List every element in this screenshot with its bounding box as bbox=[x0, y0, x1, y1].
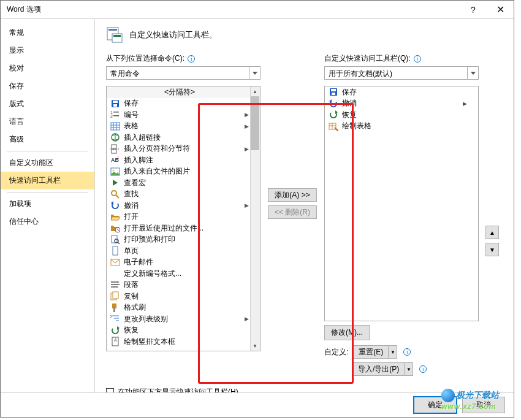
footnote-icon: AB1 bbox=[110, 155, 120, 165]
list-item[interactable]: 查看宏 bbox=[107, 177, 260, 189]
svg-rect-8 bbox=[113, 112, 119, 113]
svg-rect-11 bbox=[111, 123, 120, 130]
svg-rect-37 bbox=[112, 304, 116, 308]
list-item-label: 绘制表格 bbox=[342, 121, 467, 131]
list-item-label: 保存 bbox=[342, 87, 467, 97]
commands-from-dropdown[interactable]: 常用命令 bbox=[106, 66, 260, 80]
move-down-button[interactable]: ▼ bbox=[485, 243, 499, 256]
scroll-thumb[interactable] bbox=[251, 96, 259, 150]
main-panel: 自定义快速访问工具栏。 从下列位置选择命令(C): i 常用命令 <分隔符> bbox=[94, 19, 514, 392]
sidebar-item-language[interactable]: 语言 bbox=[1, 113, 94, 131]
info-icon[interactable]: i bbox=[403, 348, 411, 356]
sidebar-item-customize-ribbon[interactable]: 自定义功能区 bbox=[1, 154, 94, 172]
blank-icon bbox=[110, 269, 120, 278]
list-item-label: 插入超链接 bbox=[124, 132, 249, 143]
sidebar-item-proofing[interactable]: 校对 bbox=[1, 59, 94, 77]
customize-label: 自定义: bbox=[324, 347, 348, 357]
list-item[interactable]: 更改列表级别▶ bbox=[107, 313, 260, 325]
svg-text:A: A bbox=[114, 338, 117, 342]
list-item-label: 插入分页符和分节符 bbox=[124, 143, 241, 154]
svg-line-25 bbox=[116, 195, 119, 198]
move-up-button[interactable]: ▲ bbox=[485, 226, 499, 239]
sidebar-item-trust[interactable]: 信任中心 bbox=[1, 213, 94, 231]
svg-rect-10 bbox=[113, 115, 119, 116]
list-item[interactable]: 保存 bbox=[107, 98, 260, 110]
paragraph-icon bbox=[110, 280, 120, 290]
scroll-down-icon[interactable]: ▼ bbox=[250, 341, 260, 351]
drawtable-icon bbox=[329, 121, 338, 131]
svg-rect-38 bbox=[113, 308, 115, 312]
format-icon bbox=[110, 303, 120, 313]
list-item[interactable]: 段落 bbox=[107, 280, 260, 291]
svg-line-29 bbox=[118, 242, 120, 244]
sidebar-item-save[interactable]: 保存 bbox=[1, 77, 94, 95]
list-item[interactable]: 撤消▶ bbox=[107, 200, 260, 212]
list-item[interactable]: 电子邮件 bbox=[107, 257, 260, 269]
show-below-ribbon-checkbox[interactable]: 在功能区下方显示快速访问工具栏(H) bbox=[106, 387, 504, 392]
qat-listbox[interactable]: 保存撤消▶恢复绘制表格 bbox=[324, 86, 479, 321]
import-export-dropdown[interactable]: 导入/导出(P) ▼ bbox=[352, 362, 413, 376]
svg-rect-36 bbox=[113, 292, 118, 299]
add-button[interactable]: 添加(A) >> bbox=[268, 188, 317, 202]
scrollbar[interactable]: ▲ ▼ bbox=[250, 86, 260, 351]
list-item[interactable]: 恢复 bbox=[325, 109, 478, 121]
ok-button[interactable]: 确定 bbox=[413, 396, 457, 414]
list-item[interactable]: 查找 bbox=[107, 189, 260, 200]
list-item-label: 撤消 bbox=[342, 98, 459, 109]
modify-button[interactable]: 修改(M)... bbox=[324, 325, 370, 340]
list-item[interactable]: 打开最近使用过的文件... bbox=[107, 223, 260, 234]
list-item-label: 格式刷 bbox=[124, 302, 249, 313]
save-icon bbox=[110, 99, 120, 109]
info-icon[interactable]: i bbox=[419, 365, 427, 373]
list-item[interactable]: A绘制竖排文本框 bbox=[107, 336, 260, 348]
list-item-label: 电子邮件 bbox=[124, 257, 249, 267]
reset-dropdown[interactable]: 重置(E) ▼ bbox=[353, 345, 397, 359]
info-icon[interactable]: i bbox=[414, 55, 421, 63]
list-item[interactable]: 12编号▶ bbox=[107, 109, 260, 121]
list-item[interactable]: 格式刷 bbox=[107, 302, 260, 314]
list-item[interactable]: AB1插入脚注 bbox=[107, 155, 260, 166]
list-item[interactable]: 打开 bbox=[107, 212, 260, 223]
hyperlink-icon bbox=[110, 132, 120, 142]
qat-scope-dropdown[interactable]: 用于所有文档(默认) bbox=[324, 66, 479, 80]
preview-icon bbox=[110, 235, 120, 245]
dropdown-text: 常用命令 bbox=[107, 67, 249, 79]
list-item[interactable]: 定义新编号格式... bbox=[107, 268, 260, 280]
list-item[interactable]: 表格▶ bbox=[107, 121, 260, 132]
list-item[interactable]: 插入来自文件的图片 bbox=[107, 166, 260, 178]
list-item[interactable]: 保存 bbox=[325, 86, 478, 98]
help-button[interactable]: ? bbox=[460, 1, 487, 18]
list-item[interactable]: 复制 bbox=[107, 291, 260, 302]
pagebreak-icon bbox=[110, 144, 120, 154]
list-item[interactable]: 撤消▶ bbox=[325, 98, 478, 110]
commands-listbox[interactable]: <分隔符> ▲ ▼ 保存12编号▶表格▶插入超链接插入分页符和分节符▶AB1插入… bbox=[106, 86, 260, 351]
right-label: 自定义快速访问工具栏(Q): i bbox=[324, 53, 479, 64]
header: 自定义快速访问工具栏。 bbox=[106, 26, 504, 44]
list-item[interactable]: 恢复 bbox=[107, 325, 260, 337]
separator-row[interactable]: <分隔符> bbox=[107, 86, 260, 98]
list-item[interactable]: 插入超链接 bbox=[107, 132, 260, 143]
sidebar-item-addins[interactable]: 加载项 bbox=[1, 195, 94, 213]
customize-qat-label: 自定义快速访问工具栏(Q): bbox=[324, 54, 411, 63]
sidebar-item-layout[interactable]: 版式 bbox=[1, 95, 94, 113]
sidebar-item-display[interactable]: 显示 bbox=[1, 42, 94, 59]
list-item[interactable]: 插入分页符和分节符▶ bbox=[107, 143, 260, 155]
list-item[interactable]: 打印预览和打印 bbox=[107, 234, 260, 246]
list-item-label: 查看宏 bbox=[124, 178, 249, 188]
scroll-up-icon[interactable]: ▲ bbox=[250, 86, 260, 96]
svg-rect-17 bbox=[112, 145, 116, 148]
remove-button[interactable]: << 删除(R) bbox=[268, 205, 317, 219]
list-item[interactable]: 单页 bbox=[107, 245, 260, 257]
info-icon[interactable]: i bbox=[188, 55, 195, 63]
sidebar-item-qat[interactable]: 快速访问工具栏 bbox=[1, 172, 94, 189]
submenu-arrow-icon: ▶ bbox=[245, 112, 249, 118]
footer: 确定 取消 bbox=[1, 392, 514, 417]
sidebar-item-advanced[interactable]: 高级 bbox=[1, 131, 94, 148]
left-label: 从下列位置选择命令(C): i bbox=[106, 53, 260, 64]
listlvl-icon bbox=[110, 314, 120, 324]
list-item[interactable]: 绘制表格 bbox=[325, 121, 478, 132]
list-item-label: 打开最近使用过的文件... bbox=[124, 223, 249, 234]
cancel-button[interactable]: 取消 bbox=[462, 397, 505, 413]
close-button[interactable]: ✕ bbox=[487, 1, 514, 18]
sidebar-item-general[interactable]: 常规 bbox=[1, 24, 94, 42]
